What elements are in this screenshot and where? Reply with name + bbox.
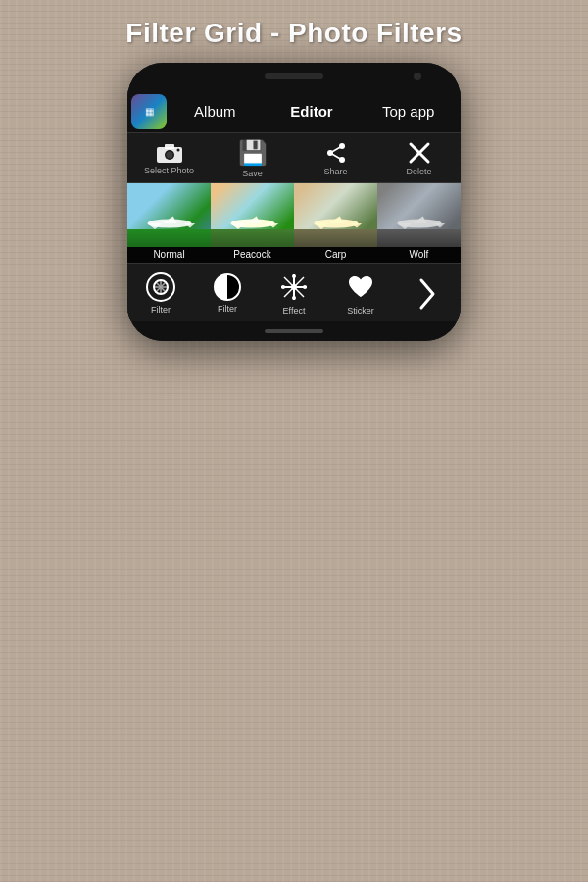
filter-normal-thumbnail [127, 183, 211, 247]
share-icon [324, 141, 348, 165]
filter1-button[interactable]: Filter [134, 272, 188, 315]
filter-wolf-label: Wolf [377, 247, 461, 263]
sparkle-icon [279, 272, 309, 302]
filter-carp-thumbnail [294, 183, 377, 247]
filter-peacock-thumbnail [211, 183, 294, 247]
tab-topapp[interactable]: Top app [360, 95, 457, 127]
filter-strip: Normal Peacock [127, 183, 461, 263]
app-icon: ▦ [131, 94, 167, 129]
svg-line-8 [330, 146, 342, 153]
nav-tabs: ▦ Album Editor Top app [127, 90, 461, 133]
filter-wolf-thumbnail [377, 183, 461, 247]
chevron-right-icon [416, 276, 439, 312]
svg-point-4 [176, 149, 179, 152]
next-button[interactable] [401, 276, 455, 312]
contrast-icon [214, 273, 241, 301]
svg-point-38 [292, 296, 296, 300]
save-button[interactable]: 💾 Save [223, 139, 282, 178]
filter2-label: Filter [218, 304, 237, 314]
effect-label-bottom: Effect [283, 306, 306, 316]
filter1-label: Filter [151, 305, 171, 315]
svg-point-37 [292, 274, 296, 278]
phone-bottom-bar [127, 321, 461, 341]
save-label: Save [242, 169, 263, 178]
next-arrow-icon [410, 276, 445, 312]
home-indicator [265, 329, 323, 333]
filter-peacock-label: Peacock [211, 247, 294, 263]
ground-strip [127, 229, 211, 247]
save-icon: 💾 [238, 139, 268, 167]
filter2-button[interactable]: Filter [201, 273, 255, 314]
heart-container [345, 271, 376, 303]
ground-strip [294, 229, 377, 247]
shutter-icon [146, 272, 175, 302]
phone-top-bar [127, 63, 461, 90]
sparkle-container [278, 271, 310, 303]
phone-screen: ▦ Album Editor Top app Select Photo 💾 [127, 90, 461, 321]
filter-wolf[interactable]: Wolf [377, 183, 461, 263]
select-photo-button[interactable]: Select Photo [140, 142, 199, 175]
toolbar: Select Photo 💾 Save Share [127, 133, 461, 183]
heart-icon [347, 274, 374, 300]
tab-album[interactable]: Album [167, 95, 264, 127]
svg-point-40 [303, 285, 307, 289]
page-title: Filter Grid - Photo Filters [0, 0, 588, 63]
shutter-blades [155, 281, 167, 293]
filter-normal[interactable]: Normal [127, 183, 211, 263]
phone-speaker [265, 74, 323, 79]
svg-point-39 [281, 285, 285, 289]
close-icon [408, 141, 431, 165]
svg-point-2 [166, 152, 172, 159]
svg-line-9 [330, 153, 342, 160]
phone-frame: ▦ Album Editor Top app Select Photo 💾 [127, 63, 461, 341]
share-label: Share [323, 167, 347, 176]
camera-icon [157, 142, 182, 164]
svg-rect-3 [165, 144, 174, 149]
shutter-inner [153, 279, 169, 295]
effect-button[interactable]: Effect [268, 271, 321, 316]
filter-normal-label: Normal [127, 247, 211, 263]
delete-button[interactable]: Delete [390, 141, 449, 176]
bottom-toolbar: Filter Filter [127, 263, 461, 321]
ground-strip [211, 229, 294, 247]
tab-editor[interactable]: Editor [264, 95, 361, 127]
svg-point-36 [291, 284, 297, 290]
share-button[interactable]: Share [307, 141, 366, 176]
select-photo-label: Select Photo [144, 166, 194, 175]
delete-label: Delete [406, 167, 431, 176]
filter-carp[interactable]: Carp [294, 183, 377, 263]
phone-camera [414, 73, 421, 80]
filter-peacock[interactable]: Peacock [211, 183, 294, 263]
sticker-label: Sticker [347, 306, 374, 316]
ground-strip [377, 229, 461, 247]
blade-svg [155, 281, 167, 293]
filter-carp-label: Carp [294, 247, 377, 263]
sticker-button[interactable]: Sticker [334, 271, 388, 316]
